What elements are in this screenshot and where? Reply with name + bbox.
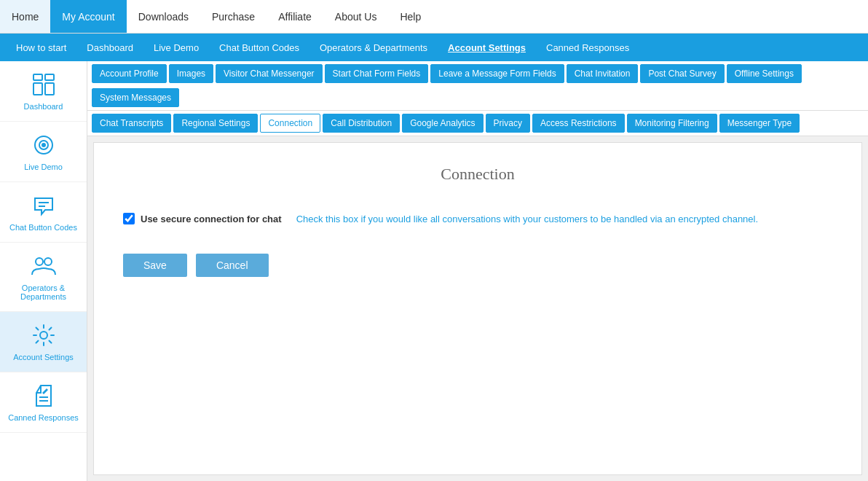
svg-point-9 [36, 258, 43, 265]
second-nav-item-chat-button-codes[interactable]: Chat Button Codes [209, 34, 309, 61]
second-nav-item-canned-responses[interactable]: Canned Responses [536, 34, 639, 61]
button-row: Save Cancel [123, 254, 832, 277]
svg-point-6 [42, 144, 45, 146]
second-nav-item-how-to-start[interactable]: How to start [6, 34, 76, 61]
tab-chat-invitation[interactable]: Chat Invitation [567, 64, 639, 83]
tab-privacy[interactable]: Privacy [486, 114, 530, 133]
sidebar-item-label: Account Settings [13, 353, 74, 361]
top-nav-item-affiliate[interactable]: Affiliate [267, 0, 323, 33]
page-title: Connection [123, 165, 832, 184]
second-nav-item-account-settings[interactable]: Account Settings [438, 34, 536, 61]
tab-visitor-chat-messenger[interactable]: Visitor Chat Messenger [216, 64, 323, 83]
tab-monitoring-filtering[interactable]: Monitoring Filtering [627, 114, 717, 133]
main-layout: Dashboard Live Demo Chat Button Codes Op… [0, 61, 868, 481]
checkbox-label-text: Use secure connection for chat [141, 214, 282, 224]
sidebar-item-label: Dashboard [24, 102, 63, 111]
svg-rect-2 [33, 83, 42, 95]
content-area: Account ProfileImagesVisitor Chat Messen… [87, 61, 868, 481]
inner-content: Connection Use secure connection for cha… [93, 142, 862, 475]
top-nav-item-help[interactable]: Help [388, 0, 433, 33]
tab-offline-settings[interactable]: Offline Settings [727, 64, 802, 83]
second-nav-item-dashboard[interactable]: Dashboard [76, 34, 143, 61]
top-nav-item-downloads[interactable]: Downloads [127, 0, 200, 33]
tab-row-2: Chat TranscriptsRegional SettingsConnect… [87, 111, 868, 136]
svg-rect-1 [45, 74, 54, 80]
tab-row-1: Account ProfileImagesVisitor Chat Messen… [87, 61, 868, 111]
secure-connection-label[interactable]: Use secure connection for chat [123, 213, 282, 224]
tab-leave-a-message-form-fields[interactable]: Leave a Message Form Fields [430, 64, 564, 83]
top-nav-item-home[interactable]: Home [0, 0, 50, 33]
tab-messenger-type[interactable]: Messenger Type [719, 114, 800, 133]
top-nav-item-my-account[interactable]: My Account [50, 0, 126, 33]
sidebar-item-dashboard[interactable]: Dashboard [0, 61, 87, 122]
tab-start-chat-form-fields[interactable]: Start Chat Form Fields [325, 64, 429, 83]
secure-connection-checkbox[interactable] [123, 213, 135, 224]
help-text: Check this box if you would like all con… [296, 214, 758, 224]
second-nav: How to startDashboardLive DemoChat Butto… [0, 34, 868, 61]
sidebar: Dashboard Live Demo Chat Button Codes Op… [0, 61, 87, 481]
sidebar-item-label: Chat Button Codes [9, 223, 77, 232]
second-nav-item-live-demo[interactable]: Live Demo [143, 34, 209, 61]
sidebar-item-canned[interactable]: Canned Responses [0, 372, 87, 433]
sidebar-item-settings[interactable]: Account Settings [0, 312, 87, 372]
sidebar-item-chat-button[interactable]: Chat Button Codes [0, 182, 87, 243]
tab-call-distribution[interactable]: Call Distribution [323, 114, 400, 133]
top-nav: HomeMy AccountDownloadsPurchaseAffiliate… [0, 0, 868, 34]
tab-google-analytics[interactable]: Google Analytics [402, 114, 483, 133]
tab-connection[interactable]: Connection [260, 114, 320, 133]
tab-images[interactable]: Images [169, 64, 213, 83]
tab-post-chat-survey[interactable]: Post Chat Survey [640, 64, 724, 83]
top-nav-item-purchase[interactable]: Purchase [200, 0, 267, 33]
tab-chat-transcripts[interactable]: Chat Transcripts [92, 114, 171, 133]
svg-point-10 [44, 258, 52, 265]
sidebar-item-live-demo[interactable]: Live Demo [0, 122, 87, 182]
sidebar-item-label: Canned Responses [8, 413, 79, 422]
cancel-button[interactable]: Cancel [196, 254, 269, 277]
sidebar-item-label: Operators & Departments [6, 283, 81, 301]
svg-point-11 [40, 332, 47, 339]
tab-account-profile[interactable]: Account Profile [92, 64, 167, 83]
form-row: Use secure connection for chat Check thi… [123, 213, 832, 224]
top-nav-item-about-us[interactable]: About Us [323, 0, 389, 33]
sidebar-item-label: Live Demo [24, 163, 63, 171]
tab-access-restrictions[interactable]: Access Restrictions [532, 114, 625, 133]
sidebar-item-operators[interactable]: Operators & Departments [0, 243, 87, 312]
svg-rect-0 [33, 74, 42, 80]
second-nav-item-operators-departments[interactable]: Operators & Departments [309, 34, 438, 61]
tab-regional-settings[interactable]: Regional Settings [173, 114, 258, 133]
tab-system-messages[interactable]: System Messages [92, 88, 179, 107]
svg-rect-3 [45, 83, 54, 95]
save-button[interactable]: Save [123, 254, 187, 277]
